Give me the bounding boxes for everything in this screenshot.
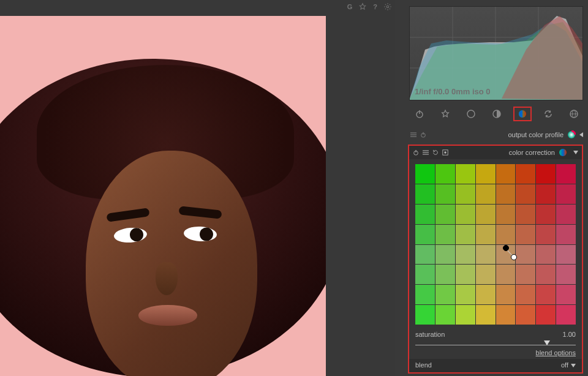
module-tab-color-circle[interactable] — [513, 107, 532, 121]
color-board[interactable] — [415, 164, 576, 325]
color-cell[interactable] — [435, 285, 455, 304]
color-cell[interactable] — [536, 265, 556, 284]
exif-readout: 1/inf f/0.0 0mm iso 0 — [415, 87, 491, 96]
color-cell[interactable] — [556, 205, 576, 224]
color-cell[interactable] — [556, 184, 576, 204]
color-cell[interactable] — [415, 245, 435, 265]
color-cell[interactable] — [496, 205, 516, 224]
color-cell[interactable] — [496, 285, 516, 304]
color-cell[interactable] — [476, 184, 496, 204]
svg-point-0 — [386, 6, 389, 8]
color-cell[interactable] — [456, 205, 475, 224]
color-cell[interactable] — [476, 225, 496, 244]
saturation-slider[interactable] — [415, 339, 576, 348]
color-cell[interactable] — [456, 285, 475, 304]
histogram[interactable]: 1/inf f/0.0 0mm iso 0 — [409, 6, 583, 100]
collapse-icon[interactable] — [579, 132, 583, 137]
preview-image[interactable] — [0, 16, 326, 376]
color-cell[interactable] — [456, 225, 475, 244]
color-cell[interactable] — [456, 245, 475, 265]
color-cell[interactable] — [435, 164, 455, 184]
color-cell[interactable] — [496, 225, 516, 244]
color-cell[interactable] — [496, 305, 516, 325]
chevron-down-icon[interactable] — [571, 364, 576, 367]
color-cell[interactable] — [496, 164, 516, 184]
color-cell[interactable] — [476, 205, 496, 224]
star-icon[interactable] — [358, 2, 367, 11]
color-cell[interactable] — [476, 305, 496, 325]
color-correction-header[interactable]: color correction — [409, 146, 582, 159]
color-cell[interactable] — [496, 265, 516, 284]
module-tab-star[interactable] — [436, 107, 454, 121]
color-cell[interactable] — [456, 265, 475, 284]
color-cell[interactable] — [415, 305, 435, 325]
color-cell[interactable] — [556, 265, 576, 284]
module-tab-globe[interactable] — [565, 107, 583, 121]
color-cell[interactable] — [516, 164, 535, 184]
color-cell[interactable] — [476, 245, 496, 265]
g-icon[interactable]: G — [347, 3, 353, 10]
module-tab-power[interactable] — [410, 107, 429, 121]
color-cell[interactable] — [536, 225, 556, 244]
color-cell[interactable] — [556, 164, 576, 184]
hamburger-icon[interactable] — [410, 132, 417, 138]
color-cell[interactable] — [556, 305, 576, 325]
module-tab-sync[interactable] — [539, 107, 557, 121]
output-color-profile-row[interactable]: output color profile — [410, 127, 583, 142]
gear-icon[interactable] — [383, 2, 392, 11]
hamburger-icon[interactable] — [423, 149, 429, 156]
color-cell[interactable] — [556, 225, 576, 244]
color-cell[interactable] — [516, 225, 535, 244]
color-cell[interactable] — [415, 164, 435, 184]
color-cell[interactable] — [476, 285, 496, 304]
color-cell[interactable] — [456, 184, 475, 204]
color-cell[interactable] — [556, 285, 576, 304]
reset-icon[interactable] — [432, 149, 439, 156]
color-cell[interactable] — [456, 164, 475, 184]
color-cell[interactable] — [556, 245, 576, 265]
power-icon[interactable] — [413, 149, 419, 156]
color-cell[interactable] — [476, 265, 496, 284]
preset-icon[interactable] — [442, 149, 448, 156]
color-cell[interactable] — [435, 305, 455, 325]
color-wheel-icon[interactable] — [559, 148, 567, 157]
help-icon[interactable]: ? — [373, 3, 377, 10]
blend-row[interactable]: blend off — [409, 359, 582, 372]
color-cell[interactable] — [536, 285, 556, 304]
color-cell[interactable] — [476, 164, 496, 184]
power-icon[interactable] — [420, 132, 426, 138]
chevron-down-icon[interactable] — [573, 151, 578, 154]
svg-point-21 — [559, 149, 567, 156]
color-cell[interactable] — [516, 265, 535, 284]
color-cell[interactable] — [516, 305, 535, 325]
color-cell[interactable] — [415, 285, 435, 304]
color-cell[interactable] — [496, 184, 516, 204]
color-cell[interactable] — [435, 184, 455, 204]
color-cell[interactable] — [536, 245, 556, 265]
color-cell[interactable] — [435, 225, 455, 244]
color-cell[interactable] — [516, 184, 535, 204]
color-cell[interactable] — [415, 265, 435, 284]
color-cell[interactable] — [415, 184, 435, 204]
blend-label: blend — [415, 361, 432, 369]
color-wheel-icon[interactable] — [567, 130, 576, 139]
color-cell[interactable] — [435, 265, 455, 284]
color-cell[interactable] — [536, 305, 556, 325]
color-correction-title: color correction — [509, 149, 555, 156]
color-cell[interactable] — [536, 205, 556, 224]
color-cell[interactable] — [415, 225, 435, 244]
color-cell[interactable] — [516, 285, 535, 304]
module-tab-circle-half[interactable] — [488, 107, 506, 121]
color-cell[interactable] — [435, 205, 455, 224]
module-tab-circle-outline[interactable] — [462, 107, 480, 121]
svg-point-20 — [444, 151, 446, 153]
color-cell[interactable] — [536, 184, 556, 204]
histogram-graph — [410, 7, 582, 100]
blend-options-link[interactable]: blend options — [409, 349, 582, 359]
color-cell[interactable] — [536, 164, 556, 184]
color-cell[interactable] — [456, 305, 475, 325]
color-cell[interactable] — [435, 245, 455, 265]
color-cell[interactable] — [415, 205, 435, 224]
color-cell[interactable] — [516, 245, 535, 265]
color-cell[interactable] — [516, 205, 535, 224]
